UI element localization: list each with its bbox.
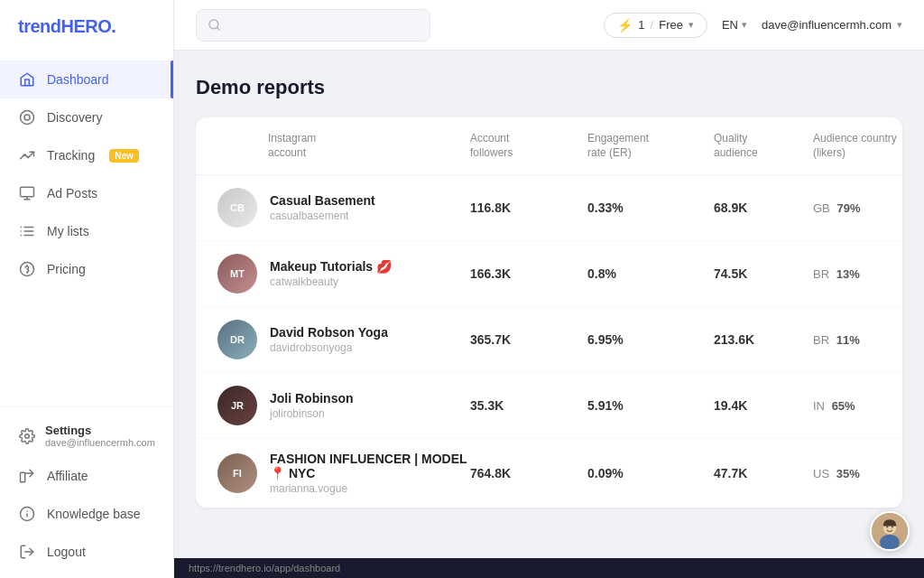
country-pct: 79% xyxy=(836,201,860,215)
reports-table-card: Instagram account Account followers Enga… xyxy=(196,117,902,508)
quality-value: 68.9K xyxy=(714,200,813,215)
plan-badge[interactable]: ⚡ 1 / Free ▾ xyxy=(604,13,707,38)
sidebar-item-label: Affiliate xyxy=(47,469,88,483)
quality-value: 213.6K xyxy=(714,332,813,347)
th-quality: Quality audience xyxy=(714,132,813,160)
lang-selector[interactable]: EN ▾ xyxy=(722,18,747,32)
quality-value: 19.4K xyxy=(714,398,813,413)
avatar: FI xyxy=(217,453,257,493)
sidebar: trendHERO. Dashboard Discovery xyxy=(0,0,174,578)
sidebar-item-ad-posts[interactable]: Ad Posts xyxy=(0,174,173,212)
table-row[interactable]: MT Makeup Tutorials 💋 catwalkbeauty 166.… xyxy=(196,241,902,307)
country-code: IN xyxy=(813,399,825,413)
account-name: David Robson Yoga xyxy=(270,325,388,340)
account-cell: CB Casual Basement casualbasement xyxy=(217,188,470,228)
followers-value: 166.3K xyxy=(470,266,587,281)
table-row[interactable]: CB Casual Basement casualbasement 116.8K… xyxy=(196,175,902,241)
search-box[interactable] xyxy=(196,9,430,42)
quality-value: 74.5K xyxy=(714,266,813,281)
account-cell: FI FASHION INFLUENCER | MODEL 📍 NYC mari… xyxy=(217,452,470,495)
table-header: Instagram account Account followers Enga… xyxy=(196,117,902,175)
settings-label: Settings xyxy=(45,424,155,437)
sidebar-item-settings[interactable]: Settings dave@influencermh.com xyxy=(0,415,173,457)
table-row[interactable]: FI FASHION INFLUENCER | MODEL 📍 NYC mari… xyxy=(196,439,902,508)
gear-icon xyxy=(18,427,36,445)
country-value: US 35% xyxy=(813,467,902,480)
content-area: Demo reports Instagram account Account f… xyxy=(174,51,924,558)
country-code: BR xyxy=(813,333,829,347)
svg-point-36 xyxy=(886,526,888,527)
account-cell: MT Makeup Tutorials 💋 catwalkbeauty xyxy=(217,254,470,294)
followers-value: 365.7K xyxy=(470,332,587,347)
country-pct: 11% xyxy=(836,333,860,347)
new-badge: New xyxy=(109,149,139,163)
table-row[interactable]: DR David Robson Yoga davidrobsonyoga 365… xyxy=(196,307,902,373)
sidebar-bottom: Settings dave@influencermh.com Affiliate xyxy=(0,406,173,578)
share-icon xyxy=(18,467,36,485)
settings-user-info: Settings dave@influencermh.com xyxy=(45,424,155,448)
quality-value: 47.7K xyxy=(714,466,813,480)
sidebar-item-label: Knowledge base xyxy=(47,507,141,521)
sidebar-item-label: Ad Posts xyxy=(47,186,97,200)
account-handle: catwalkbeauty xyxy=(270,275,392,288)
sidebar-item-tracking[interactable]: Tracking New xyxy=(0,136,173,174)
account-name: Casual Basement xyxy=(270,193,375,208)
plan-number: 1 xyxy=(638,18,644,32)
th-followers: Account followers xyxy=(470,132,587,160)
sidebar-item-my-lists[interactable]: My lists xyxy=(0,212,173,250)
user-menu[interactable]: dave@influencermh.com ▾ xyxy=(762,18,902,32)
er-value: 0.33% xyxy=(587,200,714,215)
country-code: BR xyxy=(813,267,829,281)
th-country: Audience country (likers) xyxy=(813,132,902,160)
discovery-icon xyxy=(18,108,36,126)
svg-line-17 xyxy=(217,27,219,30)
country-value: IN 65% xyxy=(813,399,902,413)
account-name: Makeup Tutorials 💋 xyxy=(270,259,392,274)
country-value: BR 11% xyxy=(813,333,902,347)
er-value: 6.95% xyxy=(587,332,714,347)
account-handle: jolirobinson xyxy=(270,407,354,420)
plan-name: Free xyxy=(659,18,683,32)
logo-text-accent: HERO. xyxy=(61,16,116,36)
sidebar-item-label: Logout xyxy=(47,545,86,559)
sidebar-item-dashboard[interactable]: Dashboard xyxy=(0,61,173,98)
support-avatar[interactable] xyxy=(870,511,910,551)
settings-email: dave@influencermh.com xyxy=(45,437,155,448)
header-right: ⚡ 1 / Free ▾ EN ▾ dave@influencermh.com … xyxy=(604,13,902,38)
svg-point-1 xyxy=(24,115,30,120)
country-pct: 35% xyxy=(836,467,860,480)
svg-rect-11 xyxy=(21,472,25,482)
er-value: 0.09% xyxy=(587,466,714,480)
account-handle: casualbasement xyxy=(270,210,375,222)
sidebar-item-label: Discovery xyxy=(47,110,102,125)
followers-value: 116.8K xyxy=(470,200,587,215)
account-cell: JR Joli Robinson jolirobinson xyxy=(217,386,470,425)
avatar: JR xyxy=(217,386,257,425)
main-panel: ⚡ 1 / Free ▾ EN ▾ dave@influencermh.com … xyxy=(174,0,924,578)
sidebar-item-knowledge-base[interactable]: Knowledge base xyxy=(0,495,173,533)
account-handle: marianna.vogue xyxy=(270,482,470,495)
avatar: MT xyxy=(217,254,257,294)
account-handle: davidrobsonyoga xyxy=(270,341,388,354)
sidebar-item-pricing[interactable]: Pricing xyxy=(0,250,173,288)
country-pct: 13% xyxy=(836,267,860,281)
search-input[interactable] xyxy=(228,18,419,33)
country-value: GB 79% xyxy=(813,201,902,215)
lang-label: EN xyxy=(722,18,738,32)
status-bar-url: https://trendhero.io/app/dashboard xyxy=(189,563,340,573)
account-name: FASHION INFLUENCER | MODEL 📍 NYC xyxy=(270,452,470,480)
th-er: Engagement rate (ER) xyxy=(587,132,714,160)
avatar: CB xyxy=(217,188,257,228)
sidebar-item-affiliate[interactable]: Affiliate xyxy=(0,457,173,495)
sidebar-item-discovery[interactable]: Discovery xyxy=(0,98,173,136)
dollar-icon xyxy=(18,260,36,278)
country-code: US xyxy=(813,467,829,480)
followers-value: 764.8K xyxy=(470,466,587,480)
svg-point-10 xyxy=(25,434,30,438)
country-code: GB xyxy=(813,201,830,215)
sidebar-item-logout[interactable]: Logout xyxy=(0,533,173,571)
plan-separator: / xyxy=(651,18,654,32)
er-value: 5.91% xyxy=(587,398,714,413)
sidebar-item-label: Dashboard xyxy=(47,72,109,87)
table-row[interactable]: JR Joli Robinson jolirobinson 35.3K 5.91… xyxy=(196,373,902,439)
